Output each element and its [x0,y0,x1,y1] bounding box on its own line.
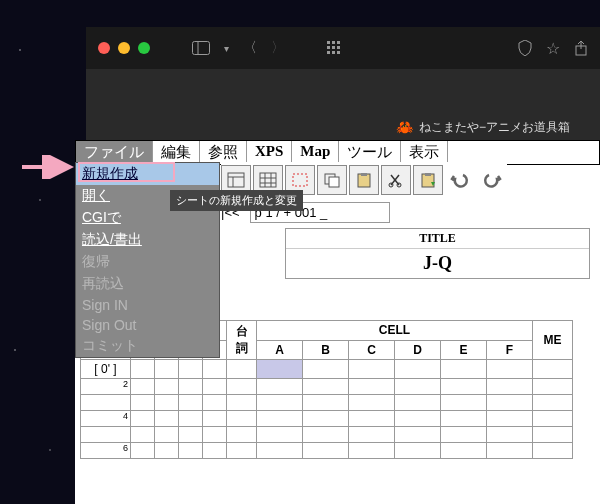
svg-rect-25 [329,177,339,187]
minimize-window-button[interactable] [118,42,130,54]
grid-icon[interactable] [327,41,341,55]
menu-xps[interactable]: XPS [247,141,292,164]
svg-rect-5 [327,46,330,49]
copy-button[interactable] [317,165,347,195]
redo-button[interactable] [477,165,507,195]
shield-icon[interactable] [518,40,532,56]
sidebar-icon[interactable] [192,41,210,55]
svg-rect-6 [332,46,335,49]
menu-item-restore: 復帰 [76,251,219,273]
th-me: ME [533,321,573,360]
share-icon[interactable] [574,40,588,56]
close-window-button[interactable] [98,42,110,54]
svg-rect-3 [332,41,335,44]
back-icon[interactable]: 〈 [243,39,257,57]
browser-tabbar [86,69,600,114]
title-box: TITLE J-Q [285,228,590,279]
menu-item-reload: 再読込 [76,273,219,295]
paste-button[interactable] [349,165,379,195]
th-cf: F [487,340,533,360]
menu-ref[interactable]: 参照 [200,141,247,164]
svg-rect-18 [260,173,276,187]
menu-map[interactable]: Map [292,141,339,164]
th-ca: A [257,340,303,360]
svg-rect-23 [293,174,307,186]
annotation-arrow [20,155,80,179]
site-header: 🦀 ねこまたや−アニメお道具箱 [86,114,600,140]
menu-item-readwrite[interactable]: 読込/書出 [76,229,219,251]
chevron-down-icon[interactable]: ▾ [224,43,229,54]
table-row: 4 [81,411,573,427]
svg-rect-10 [337,51,340,54]
menu-item-commit: コミット [76,335,219,357]
svg-rect-15 [228,173,244,187]
th-cd: D [395,340,441,360]
th-cb: B [303,340,349,360]
menu-file[interactable]: ファイル [76,141,153,164]
crab-icon: 🦀 [396,119,413,135]
menu-edit[interactable]: 編集 [153,141,200,164]
table-row: [ 0' ] [81,360,573,379]
cut-button[interactable] [381,165,411,195]
table-row [81,395,573,411]
app-content: ファイル 編集 参照 XPS Map ツール 表示 新規作成 開く CGIで 読… [75,140,600,504]
title-value: J-Q [286,249,589,278]
menu-item-signout: Sign Out [76,315,219,335]
star-icon[interactable]: ☆ [546,39,560,58]
svg-rect-9 [332,51,335,54]
menu-item-new[interactable]: 新規作成 [76,163,219,185]
svg-rect-4 [337,41,340,44]
site-name: ねこまたや−アニメお道具箱 [419,119,570,136]
menu-item-signin: Sign IN [76,295,219,315]
undo-button[interactable] [445,165,475,195]
svg-rect-8 [327,51,330,54]
th-ce: E [441,340,487,360]
window-titlebar: ▾ 〈 〉 ☆ [86,27,600,69]
th-dai: 台詞 [227,321,257,360]
svg-rect-7 [337,46,340,49]
table-row: 6 [81,443,573,459]
tooltip: シートの新規作成と変更 [170,190,303,211]
forward-icon[interactable]: 〉 [271,39,285,57]
svg-rect-2 [327,41,330,44]
menu-tool[interactable]: ツール [339,141,401,164]
svg-rect-0 [193,42,210,55]
svg-rect-33 [425,173,431,176]
table-row: 2 [81,379,573,395]
th-cc: C [349,340,395,360]
table-row [81,427,573,443]
maximize-window-button[interactable] [138,42,150,54]
title-label: TITLE [286,229,589,249]
menu-view[interactable]: 表示 [401,141,448,164]
svg-rect-27 [361,173,367,176]
paste-special-button[interactable] [413,165,443,195]
th-cell: CELL [257,321,533,341]
